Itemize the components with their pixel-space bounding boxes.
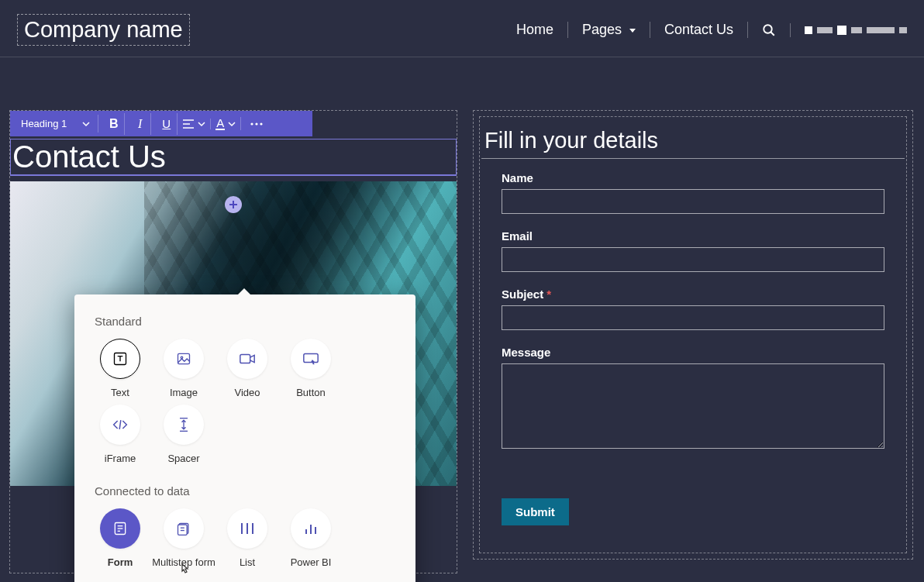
component-list[interactable]: List — [215, 508, 279, 568]
nav-home[interactable]: Home — [502, 22, 568, 38]
component-picker-popup: Standard Text Image — [74, 294, 415, 582]
label-subject-text: Subject — [502, 288, 543, 301]
form-block: Fill in your details Name Email Subject … — [479, 116, 907, 553]
svg-point-7 — [260, 122, 263, 125]
plus-icon — [229, 200, 238, 209]
company-name-editable[interactable]: Company name — [17, 14, 190, 46]
heading-block: Contact Us — [10, 139, 457, 176]
form-title: Fill in your details — [481, 128, 905, 159]
chevron-down-icon — [198, 120, 205, 128]
component-spacer[interactable]: Spacer — [152, 405, 215, 464]
component-image-label: Image — [170, 387, 198, 398]
style-dropdown[interactable]: Heading 1 — [16, 115, 98, 133]
component-video[interactable]: Video — [215, 339, 279, 398]
text-format-toolbar: Heading 1 B I U A — [10, 111, 312, 136]
component-text[interactable]: Text — [88, 339, 152, 398]
input-subject[interactable] — [502, 305, 884, 330]
chevron-down-icon — [82, 120, 90, 128]
nav-contact[interactable]: Contact Us — [650, 22, 748, 38]
section-title-data: Connected to data — [74, 484, 415, 508]
image-icon — [164, 339, 204, 379]
nav-pages[interactable]: Pages — [568, 22, 650, 38]
more-options-button[interactable] — [246, 113, 267, 135]
component-image[interactable]: Image — [152, 339, 215, 398]
svg-rect-22 — [178, 525, 188, 535]
svg-rect-14 — [304, 354, 318, 363]
required-mark: * — [546, 288, 551, 301]
cursor-pointer-icon — [179, 563, 190, 576]
component-form[interactable]: Form — [88, 508, 152, 568]
top-nav: Home Pages Contact Us — [502, 22, 907, 38]
component-spacer-label: Spacer — [167, 453, 199, 464]
add-component-button[interactable] — [225, 196, 242, 213]
component-video-label: Video — [234, 387, 260, 398]
spacer-icon — [164, 405, 204, 445]
bold-button[interactable]: B — [103, 113, 125, 135]
code-icon — [100, 405, 140, 445]
list-icon — [227, 508, 267, 549]
label-message: Message — [502, 346, 884, 359]
component-button[interactable]: Button — [279, 339, 343, 398]
input-message[interactable] — [502, 363, 884, 449]
submit-button[interactable]: Submit — [502, 498, 569, 525]
button-icon — [291, 339, 331, 379]
video-icon — [227, 339, 267, 379]
content-column-right[interactable]: Fill in your details Name Email Subject … — [473, 110, 913, 560]
font-color-dropdown[interactable]: A — [215, 117, 241, 130]
underline-button[interactable]: U — [156, 113, 178, 135]
multistep-form-icon — [164, 508, 204, 549]
header: Company name Home Pages Contact Us — [0, 0, 924, 57]
component-iframe-label: iFrame — [105, 453, 136, 464]
chart-icon — [291, 508, 331, 549]
svg-rect-11 — [178, 353, 190, 363]
user-area-redacted — [791, 26, 907, 35]
component-powerbi[interactable]: Power BI — [279, 508, 343, 568]
label-email: Email — [502, 229, 884, 243]
search-icon — [762, 23, 776, 37]
form-icon — [100, 508, 140, 549]
svg-point-5 — [251, 122, 253, 125]
italic-button[interactable]: I — [129, 113, 151, 135]
nav-pages-label: Pages — [582, 22, 622, 38]
chevron-down-icon — [228, 120, 236, 128]
input-name[interactable] — [502, 189, 884, 214]
component-iframe[interactable]: iFrame — [88, 405, 152, 464]
align-left-icon — [182, 119, 195, 129]
label-subject: Subject * — [502, 288, 884, 301]
component-multistep-form[interactable]: Multistep form — [152, 508, 215, 568]
standard-components-grid: Text Image Video — [74, 339, 415, 484]
page-editor: Heading 1 B I U A Contact Us — [0, 57, 924, 573]
component-text-label: Text — [111, 387, 129, 398]
input-email[interactable] — [502, 247, 884, 272]
ellipsis-icon — [250, 122, 263, 126]
svg-rect-13 — [240, 355, 250, 363]
component-powerbi-label: Power BI — [291, 556, 332, 568]
svg-line-1 — [771, 32, 774, 36]
page-heading-editable[interactable]: Contact Us — [10, 139, 457, 176]
style-dropdown-label: Heading 1 — [21, 118, 67, 129]
chevron-down-icon — [626, 22, 636, 38]
search-button[interactable] — [748, 23, 791, 37]
component-form-label: Form — [108, 556, 133, 568]
svg-point-6 — [256, 122, 258, 125]
component-list-label: List — [240, 556, 255, 568]
data-components-grid: Form Multistep form List — [74, 508, 415, 582]
component-button-label: Button — [296, 387, 326, 398]
content-column-left[interactable]: Heading 1 B I U A Contact Us — [9, 110, 457, 573]
label-name: Name — [502, 171, 884, 184]
section-title-standard: Standard — [74, 315, 415, 339]
align-dropdown[interactable] — [182, 119, 211, 129]
svg-point-0 — [764, 25, 772, 33]
text-icon — [100, 339, 140, 379]
